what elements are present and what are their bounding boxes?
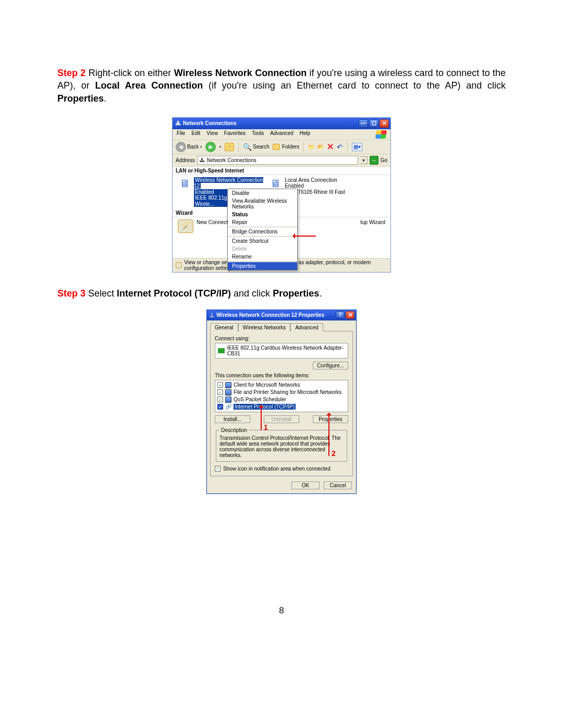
nic-icon [218, 348, 225, 353]
show-icon-checkbox[interactable]: ✓ [215, 466, 221, 472]
address-label: Address [176, 157, 195, 163]
move-to-icon[interactable]: 📁 [308, 144, 314, 150]
address-input[interactable]: 🖧 Network Connections [197, 156, 358, 165]
wireless-icon: 🖥 [178, 177, 192, 191]
help-button[interactable]: ? [336, 311, 345, 319]
ctx-repair[interactable]: Repair [228, 218, 297, 226]
annotation-arrow-1: 1 [261, 406, 262, 430]
client-icon [225, 382, 231, 388]
ctx-disable[interactable]: Disable [228, 189, 297, 197]
dialog-close-button[interactable]: ✕ [346, 311, 354, 319]
checkbox-icon[interactable]: ✓ [217, 404, 223, 410]
item-client[interactable]: ✓ Client for Microsoft Networks [216, 381, 347, 389]
context-menu: Disable View Available Wireless Networks… [227, 189, 298, 270]
search-icon: 🔍 [243, 143, 252, 151]
ctx-bridge[interactable]: Bridge Connections [228, 228, 297, 236]
wizard-icon: 🪄 [178, 219, 193, 233]
step2-paragraph: Step 2 Right-click on either Wireless Ne… [57, 67, 506, 105]
menu-tools[interactable]: Tools [252, 130, 264, 139]
delete-icon[interactable]: ✕ [327, 142, 334, 152]
tab-wireless-networks[interactable]: Wireless Networks [238, 323, 291, 331]
item-tcpip[interactable]: ✓ 🔗 Internet Protocol (TCP/IP) [216, 403, 347, 411]
ctx-view-networks[interactable]: View Available Wireless Networks [228, 197, 297, 211]
address-bar: Address 🖧 Network Connections ▾ → Go [173, 154, 390, 167]
toolbar: ◄Back▾ ► ▾ 🔍Search Folders 📁 📂 ✕ ↶ ▦▾ [173, 140, 390, 154]
go-label: Go [381, 157, 387, 163]
tab-general[interactable]: General [210, 323, 238, 332]
menubar: File Edit View Favorites Tools Advanced … [173, 129, 390, 140]
go-button[interactable]: → [370, 156, 378, 165]
menu-view[interactable]: View [206, 130, 218, 139]
properties-button[interactable]: Properties [313, 415, 348, 423]
checkbox-icon[interactable]: ✓ [217, 382, 223, 388]
menu-help[interactable]: Help [300, 130, 311, 139]
maximize-button[interactable]: ☐ [369, 119, 378, 128]
tab-advanced[interactable]: Advanced [290, 323, 323, 331]
wizard-label-right[interactable]: tup Wizard [360, 219, 385, 225]
tabbar: General Wireless Networks Advanced [207, 320, 356, 331]
page-number: 8 [0, 606, 563, 616]
tcpip-label: Internet Protocol (TCP/IP) [234, 404, 296, 410]
wizard-label-left[interactable]: New Connecti [197, 219, 229, 225]
properties-dialog: ⊥ Wireless Network Connection 12 Propert… [206, 310, 357, 494]
menu-favorites[interactable]: Favorites [224, 130, 246, 139]
annotation-arrow-2: 2 [328, 414, 329, 456]
ctx-shortcut[interactable]: Create Shortcut [228, 237, 297, 245]
ctx-properties[interactable]: Properties [228, 262, 297, 270]
adapter-name: IEEE 802.11g Cardbus Wireless Network Ad… [227, 345, 345, 356]
lan-status: Enabled [285, 183, 304, 189]
windows-flag-icon [375, 130, 387, 139]
menu-advanced[interactable]: Advanced [270, 130, 293, 139]
items-label: This connection uses the following items… [215, 373, 348, 378]
search-button[interactable]: 🔍Search [243, 143, 270, 151]
lan-title: Local Area Connection [285, 177, 337, 183]
folders-icon [273, 144, 280, 150]
menu-file[interactable]: File [177, 130, 185, 139]
items-listbox[interactable]: ✓ Client for Microsoft Networks ✓ File a… [215, 380, 348, 412]
ctx-delete: Delete [228, 245, 297, 253]
description-text: Transmission Control Protocol/Internet P… [219, 435, 344, 458]
close-button[interactable]: ✕ [380, 119, 389, 128]
item-qos[interactable]: ✓ QoS Packet Scheduler [216, 396, 347, 403]
up-button[interactable] [225, 143, 234, 151]
cancel-button[interactable]: Cancel [324, 482, 352, 489]
window-title: Network Connections [183, 120, 237, 126]
window-icon: 🖧 [176, 120, 181, 126]
address-value: Network Connections [207, 157, 256, 163]
category-lan: LAN or High-Speed Internet [173, 167, 390, 175]
views-button[interactable]: ▦▾ [352, 143, 362, 151]
step2-label: Step 2 [57, 68, 85, 78]
wireless-connection-item[interactable]: 🖥 Wireless Network Connection 12 Enabled… [178, 177, 264, 207]
item-file-printer[interactable]: ✓ File and Printer Sharing for Microsoft… [216, 389, 347, 396]
menu-edit[interactable]: Edit [191, 130, 200, 139]
address-icon: 🖧 [200, 157, 205, 163]
undo-icon[interactable]: ↶ [337, 143, 343, 151]
address-dropdown[interactable]: ▾ [360, 156, 368, 164]
description-box: Description Transmission Control Protoco… [216, 427, 347, 462]
dialog-titlebar: ⊥ Wireless Network Connection 12 Propert… [207, 310, 356, 320]
checkbox-icon[interactable]: ✓ [217, 397, 223, 402]
description-legend: Description [219, 427, 249, 433]
ok-button[interactable]: OK [291, 482, 320, 489]
connect-using-label: Connect using: [215, 336, 348, 341]
ctx-status[interactable]: Status [228, 211, 297, 218]
step3-label: Step 3 [57, 288, 85, 299]
folders-button[interactable]: Folders [273, 144, 299, 150]
dialog-title: Wireless Network Connection 12 Propertie… [216, 312, 324, 318]
step3-paragraph: Step 3 Select Internet Protocol (TCP/IP)… [57, 287, 506, 300]
checkbox-icon[interactable]: ✓ [217, 389, 223, 395]
install-button[interactable]: Install... [215, 415, 250, 423]
configure-button[interactable]: Configure... [313, 362, 348, 369]
service-icon [225, 389, 231, 396]
statusbar-icon [176, 262, 182, 268]
ctx-rename[interactable]: Rename [228, 253, 297, 261]
forward-button[interactable]: ► [205, 142, 216, 152]
back-button[interactable]: ◄Back▾ [176, 142, 202, 152]
protocol-icon: 🔗 [225, 404, 231, 410]
minimize-button[interactable]: — [359, 119, 368, 128]
network-connections-window: 🖧 Network Connections — ☐ ✕ File Edit Vi… [172, 117, 391, 273]
copy-to-icon[interactable]: 📂 [317, 144, 324, 150]
dialog-icon: ⊥ [210, 312, 214, 318]
uninstall-button: Uninstall [264, 415, 299, 423]
red-arrow-annotation [294, 236, 316, 237]
